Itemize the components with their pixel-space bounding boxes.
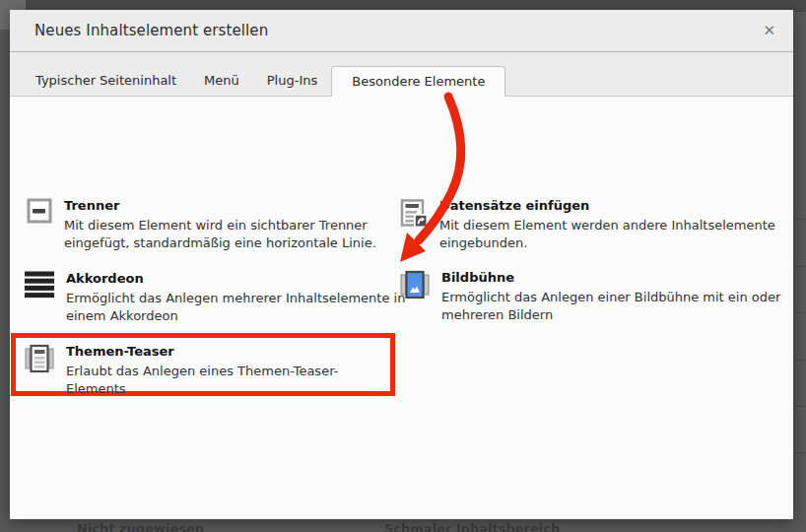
- item-title: Akkordeon: [66, 271, 405, 287]
- item-title: Themen-Teaser: [66, 344, 390, 360]
- close-icon[interactable]: ✕: [763, 24, 775, 38]
- image-stage-icon: [400, 270, 430, 299]
- item-description: Ermöglicht das Anlegen mehrerer Inhaltse…: [66, 290, 405, 325]
- wizard-item-akkordeon[interactable]: Akkordeon Ermöglicht das Anlegen mehrere…: [25, 271, 405, 325]
- item-title: Datensätze einfügen: [439, 198, 775, 214]
- modal-header: Neues Inhaltselement erstellen ✕: [10, 10, 793, 52]
- wizard-item-datensaetze-einfuegen[interactable]: Datensätze einfügen Mit diesem Element w…: [400, 198, 775, 252]
- wizard-item-list: Trenner Mit diesem Element wird ein sich…: [10, 97, 793, 520]
- wizard-item-trenner[interactable]: Trenner Mit diesem Element wird ein sich…: [27, 198, 376, 252]
- background-table-row-line: [794, 360, 806, 361]
- wizard-item-bildbuehne[interactable]: Bildbühne Ermöglicht das Anlegen einer B…: [400, 270, 780, 324]
- background-table-row-line: [794, 406, 806, 407]
- divider-icon: [27, 198, 52, 224]
- background-table-row-line: [794, 219, 806, 220]
- annotation-highlight-box: Themen-Teaser Erlaubt das Anlegen eines …: [11, 333, 395, 396]
- background-label-schmaler-inhaltsbereich: Schmaler Inhaltsbereich: [384, 521, 560, 532]
- item-title: Trenner: [64, 198, 376, 214]
- background-table-row-line: [794, 266, 806, 267]
- insert-records-icon: [400, 198, 428, 228]
- new-content-element-modal: Neues Inhaltselement erstellen ✕ Typisch…: [10, 10, 793, 519]
- tab-bar: Typischer Seiteninhalt Menü Plug-Ins Bes…: [10, 52, 793, 97]
- item-description: Mit diesem Element werden andere Inhalts…: [439, 217, 775, 252]
- wizard-item-themen-teaser[interactable]: Themen-Teaser Erlaubt das Anlegen eines …: [25, 344, 390, 398]
- accordion-icon: [25, 271, 54, 299]
- tab-plug-ins[interactable]: Plug-Ins: [253, 65, 331, 96]
- tab-typischer-seiteninhalt[interactable]: Typischer Seiteninhalt: [22, 65, 190, 96]
- background-table-row-line: [794, 312, 806, 313]
- background-label-nicht-zugewiesen: Nicht zugewiesen: [77, 521, 204, 532]
- item-title: Bildbühne: [441, 270, 780, 286]
- themes-teaser-icon: [25, 344, 54, 373]
- item-description: Erlaubt das Anlegen eines Themen-Teaser-…: [66, 363, 390, 398]
- background-table-row-line: [794, 452, 806, 453]
- item-description: Ermöglicht das Anlegen einer Bildbühne m…: [441, 289, 780, 324]
- modal-title: Neues Inhaltselement erstellen: [34, 22, 268, 39]
- item-description: Mit diesem Element wird ein sichtbarer T…: [64, 217, 376, 252]
- tab-besondere-elemente[interactable]: Besondere Elemente: [331, 66, 505, 97]
- tab-menue[interactable]: Menü: [190, 65, 253, 96]
